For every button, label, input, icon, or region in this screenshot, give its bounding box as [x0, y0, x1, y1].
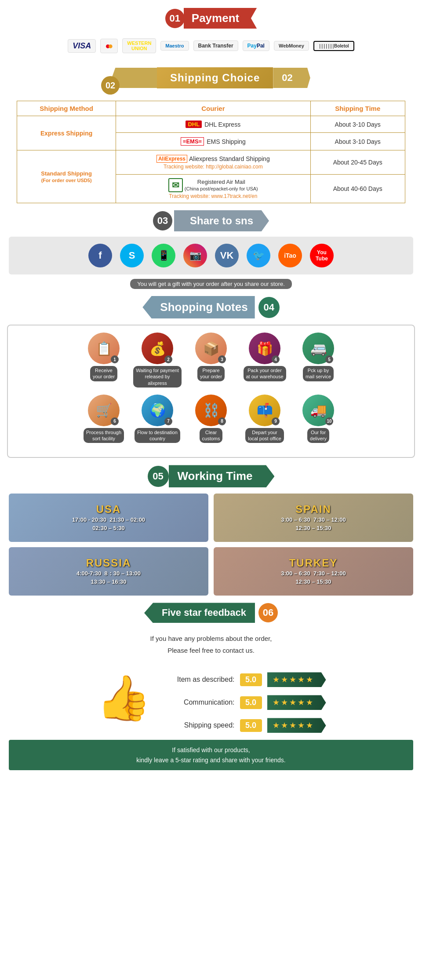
step-9-label: Depart yourlocal post office	[245, 428, 284, 443]
step-8-num: 8	[218, 417, 226, 425]
step-1-icon: 📋1	[88, 333, 120, 364]
instagram-icon[interactable]: 📷	[183, 244, 207, 267]
step-10: 🚚10 Our fordelivery	[294, 395, 342, 443]
shipping-title: Shipping Choice	[157, 67, 273, 88]
shipping-table: Shipping Method Courier Shipping Time Ex…	[17, 101, 405, 203]
post-time: About 40-60 Days	[310, 175, 405, 203]
sns-title: Share to sns	[174, 210, 269, 231]
usa-card: USA 17:00 - 20:30 21:30 – 02:0002:30 – 5…	[9, 494, 208, 542]
step-9: 📫9 Depart yourlocal post office	[240, 395, 289, 443]
star-icon: ★	[281, 698, 288, 707]
stars-banner-2: ★ ★ ★ ★ ★	[267, 718, 326, 733]
star-icon: ★	[289, 675, 296, 684]
rating-label-2: Shipping speed:	[164, 721, 235, 729]
payment-title: Payment	[184, 8, 257, 29]
feedback-section: Five star feedback 06 If you have any pr…	[0, 603, 422, 770]
step-4-label: Pack your orderat our warehouse	[244, 366, 286, 381]
star-icon: ★	[298, 675, 305, 684]
step-1-label: Receiveyour order	[90, 366, 117, 381]
notes-num-badge: 04	[258, 297, 280, 318]
step-1: 📋1 Receiveyour order	[80, 333, 128, 388]
step-5-icon: 🚐5	[302, 333, 334, 364]
ali-time: About 20-45 Days	[310, 150, 405, 175]
spain-name: SPAIN	[281, 503, 346, 516]
feedback-title: Five star feedback	[144, 603, 255, 623]
working-time-section: 05 Working Time USA 17:00 - 20:30 21:30 …	[0, 465, 422, 596]
ali-courier-cell: AliExpress Aliexpress Standard Shipping …	[116, 150, 310, 175]
bank-transfer-logo: Bank Transfer	[193, 40, 238, 51]
star-icon: ★	[273, 720, 280, 730]
step-7-num: 7	[164, 417, 172, 425]
step-10-num: 10	[325, 417, 333, 425]
step-7-icon: 🌍7	[142, 395, 173, 426]
itao-icon[interactable]: iTao	[278, 244, 302, 267]
russia-name: RUSSIA	[76, 557, 141, 569]
express-shipping-cell: Express Shipping	[17, 116, 116, 150]
rating-label-1: Communication:	[164, 698, 235, 706]
notes-title: Shopping Notes	[142, 296, 255, 318]
standard-shipping-cell: Standard Shipping(For order over USD5)	[17, 150, 116, 203]
ems-courier-cell: ≡EMS≡ EMS Shipping	[116, 133, 310, 150]
step-6-label: Process throughsort facility	[84, 428, 124, 443]
ali-tracking: Tracking website: http://global.cainiao.…	[164, 164, 263, 170]
star-icon: ★	[273, 698, 280, 707]
working-grid: USA 17:00 - 20:30 21:30 – 02:0002:30 – 5…	[9, 494, 413, 596]
step-6-icon: 🛒6	[88, 395, 120, 426]
ems-logo: ≡EMS≡	[181, 137, 204, 146]
courier-header: Courier	[116, 101, 310, 116]
step-5-num: 5	[325, 355, 333, 363]
step-3-num: 3	[218, 355, 226, 363]
dhl-name: DHL Express	[204, 121, 240, 128]
rating-score-1: 5.0	[240, 696, 262, 709]
russia-content: RUSSIA 4:00-7:30 8：30 – 13:0013:30 – 16:…	[76, 557, 141, 586]
step-4-icon: 🎁4	[249, 333, 280, 364]
star-icon: ★	[298, 720, 305, 730]
thumbs-up-icon: 👍	[96, 672, 151, 724]
star-icon: ★	[281, 720, 288, 730]
skype-icon[interactable]: S	[120, 244, 144, 267]
rating-row-1: Communication: 5.0 ★ ★ ★ ★ ★	[164, 695, 326, 710]
table-row: Standard Shipping(For order over USD5) A…	[17, 150, 405, 175]
working-num-badge: 05	[148, 466, 169, 487]
star-icon: ★	[289, 698, 296, 707]
star-icon: ★	[281, 675, 288, 684]
spain-time: 3:00 – 6:30 7:30 – 12:0012:30 – 15:30	[281, 516, 346, 533]
step-2: 💰2 Waiting for paymentreleased by alixpr…	[133, 333, 182, 388]
step-6-num: 6	[111, 417, 119, 425]
step-8-label: Clearcustoms	[200, 428, 223, 443]
star-icon: ★	[306, 675, 313, 684]
ali-logo: AliExpress	[156, 155, 187, 163]
facebook-icon[interactable]: f	[88, 244, 112, 267]
vk-icon[interactable]: VK	[215, 244, 239, 267]
twitter-icon[interactable]: 🐦	[247, 244, 270, 267]
youtube-icon[interactable]: YouTube	[310, 244, 334, 267]
step-10-label: Our fordelivery	[307, 428, 329, 443]
rating-score-0: 5.0	[240, 673, 262, 686]
step-3-label: Prepareyour order	[197, 366, 225, 381]
feedback-intro: If you have any problems about the order…	[0, 633, 422, 656]
step-8: ⛓️8 Clearcustoms	[187, 395, 235, 443]
dhl-time: About 3-10 Days	[310, 116, 405, 133]
stars-banner-0: ★ ★ ★ ★ ★	[267, 672, 326, 687]
ali-name: Aliexpress Standard Shipping	[189, 155, 270, 162]
turkey-name: TURKEY	[281, 557, 346, 569]
shopping-notes-box: 📋1 Receiveyour order 💰2 Waiting for paym…	[7, 325, 415, 458]
ems-name: EMS Shipping	[207, 138, 246, 145]
steps-row-top: 📋1 Receiveyour order 💰2 Waiting for paym…	[15, 333, 407, 388]
post-name: Registered Air Mail(China post/epacket-o…	[185, 179, 258, 192]
sns-icons-row: f S 📱 📷 VK 🐦 iTao YouTube	[9, 237, 413, 274]
working-header: 05 Working Time	[148, 465, 275, 487]
step-2-icon: 💰2	[142, 333, 173, 364]
dhl-logo: DHL	[186, 121, 202, 128]
russia-time: 4:00-7:30 8：30 – 13:0013:30 – 16:30	[76, 569, 141, 586]
steps-row-bottom: 🛒6 Process throughsort facility 🌍7 Flow …	[15, 395, 407, 443]
whatsapp-icon[interactable]: 📱	[152, 244, 175, 267]
step-4-num: 4	[272, 355, 280, 363]
mastercard-logo: ●●	[100, 39, 118, 53]
shipping-section: Shipping Choice 02 02 Shipping Method Co…	[0, 67, 422, 203]
turkey-card: TURKEY 3:00 – 6:30 7:30 – 12:0012:30 – 1…	[214, 547, 413, 596]
spain-card: SPAIN 3:00 – 6:30 7:30 – 12:0012:30 – 15…	[214, 494, 413, 542]
sns-num-badge: 03	[153, 211, 172, 230]
rating-row-2: Shipping speed: 5.0 ★ ★ ★ ★ ★	[164, 718, 326, 733]
feedback-footer: If satisfied with our products, kindly l…	[9, 740, 413, 770]
